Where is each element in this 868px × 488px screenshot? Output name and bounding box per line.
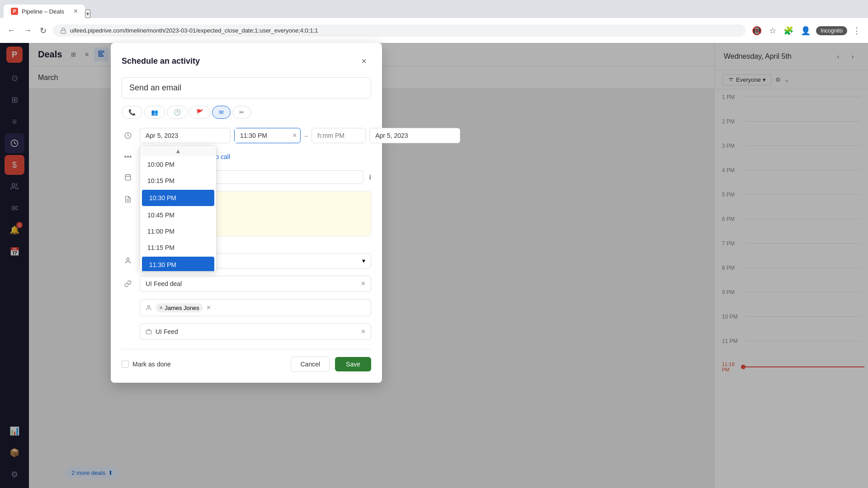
dropdown-item-1115pm[interactable]: 11:15 PM [140,239,216,256]
deal-form-row: UI Feed deal × [122,276,371,292]
mark-done-text: Mark as done [132,361,171,368]
tab-close-btn[interactable]: × [74,7,78,15]
activity-type-call[interactable]: 📞 [122,106,142,119]
deal-label: UI Feed deal [146,280,358,287]
org-clear-btn[interactable]: × [361,328,365,336]
org-form-row: UI Feed × [122,324,371,340]
start-date-input[interactable] [140,128,231,143]
time-separator: – [304,132,308,139]
dropdown-item-1000pm[interactable]: 10:00 PM [140,156,216,173]
modal-close-btn[interactable]: × [357,54,371,68]
forward-btn[interactable]: → [22,24,33,37]
deal-field: UI Feed deal × [140,276,371,292]
modal-title: Schedule an activity [122,56,200,66]
back-btn[interactable]: ← [5,24,17,37]
refresh-btn[interactable]: ↻ [38,24,48,38]
deal-clear-btn[interactable]: × [361,280,365,288]
dropdown-scroll-up[interactable]: ▲ [140,145,216,156]
person-tag: × James Jones [156,303,203,312]
dropdown-item-1030pm[interactable]: 10:30 PM [142,190,214,206]
menu-btn[interactable]: ⋮ [851,24,863,38]
start-time-input[interactable] [235,128,289,143]
datetime-row: × – ▲ 10:00 PM 10:15 PM 10:30 PM 10:45 P… [140,128,460,143]
person-form-row: × James Jones × [122,299,371,316]
email-icon: ✉ [219,109,224,116]
new-tab-btn[interactable]: + [85,9,90,18]
mark-done-label[interactable]: Mark as done [122,361,171,368]
activity-type-deadline[interactable]: 🚩 [189,106,210,119]
org-icon [146,328,152,335]
org-row-content: UI Feed × [140,324,371,340]
clock-icon [122,129,134,142]
save-btn[interactable]: Save [335,357,371,371]
dropdown-item-1015pm[interactable]: 10:15 PM [140,173,216,189]
lunch-icon: ✂ [239,109,244,116]
time-clear-btn[interactable]: × [289,131,300,140]
person-clear-btn[interactable]: × [207,304,211,312]
url-bar[interactable]: uifeed.pipedrive.com/timeline/month/2023… [53,24,745,37]
datetime-form-row: × – ▲ 10:00 PM 10:15 PM 10:30 PM 10:45 P… [122,128,371,143]
person-tag-label: James Jones [165,305,199,311]
tab-title: Pipeline – Deals [22,8,64,15]
person-tag-remove-btn[interactable]: × [159,304,163,311]
activity-type-meeting[interactable]: 👥 [144,106,165,119]
browser-chrome: P Pipeline – Deals × + ← → ↻ uifeed.pipe… [0,0,868,43]
notes-icon [122,191,134,204]
busy-info-icon[interactable]: ℹ [369,174,371,181]
activity-types: 📞 👥 🕐 🚩 ✉ ✂ [122,106,371,119]
lock-icon [60,28,66,34]
activity-title-input[interactable] [122,77,371,99]
end-date-input[interactable] [369,128,460,143]
deadline-icon: 🚩 [196,109,203,116]
end-time-input[interactable] [311,128,366,143]
tab-favicon: P [11,8,18,15]
browser-tab[interactable]: P Pipeline – Deals × [4,5,85,18]
more-options-icon: ••• [122,150,134,163]
start-time-wrapper: × [234,128,301,143]
no-video-icon[interactable]: 📵 [750,24,764,38]
cancel-btn[interactable]: Cancel [291,357,330,372]
schedule-activity-modal: Schedule an activity × 📞 👥 🕐 🚩 ✉ ✂ [111,43,382,383]
call-icon: 📞 [128,109,136,116]
activity-type-email[interactable]: ✉ [212,106,231,119]
task-icon: 🕐 [174,109,181,116]
deal-row-content: UI Feed deal × [140,276,371,292]
org-field: UI Feed × [140,324,371,340]
person-icon [122,254,134,267]
url-text: uifeed.pipedrive.com/timeline/month/2023… [70,27,738,34]
bookmark-icon[interactable]: ☆ [767,24,778,38]
extension-icon[interactable]: 🧩 [782,24,795,38]
svg-rect-18 [146,330,151,334]
activity-type-lunch[interactable]: ✂ [232,106,251,119]
dropdown-item-1130pm[interactable]: 11:30 PM [142,257,214,272]
dropdown-item-1100pm[interactable]: 11:00 PM [140,223,216,239]
person-field-icon [146,305,152,311]
address-bar: ← → ↻ uifeed.pipedrive.com/timeline/mont… [0,18,868,43]
svg-rect-10 [125,175,131,180]
browser-actions: 📵 ☆ 🧩 👤 Incognito ⋮ [750,24,863,38]
assignee-chevron: ▾ [362,257,365,264]
time-dropdown[interactable]: ▲ 10:00 PM 10:15 PM 10:30 PM 10:45 PM 11… [140,145,217,272]
person-field: × James Jones × [140,299,371,316]
mark-done-checkbox[interactable] [122,361,129,368]
link-icon [122,277,134,290]
incognito-badge: Incognito [816,26,847,35]
dropdown-item-1045pm[interactable]: 10:45 PM [140,207,216,223]
svg-rect-0 [61,30,66,33]
modal-footer: Mark as done Cancel Save [122,349,371,372]
calendar-busy-icon [122,171,134,183]
svg-point-16 [127,258,129,260]
org-label: UI Feed [156,328,358,335]
svg-point-17 [148,305,150,308]
meeting-icon: 👥 [151,109,158,116]
activity-type-task[interactable]: 🕐 [167,106,188,119]
modal-header: Schedule an activity × [122,54,371,68]
profile-icon[interactable]: 👤 [799,24,812,38]
person-row-content: × James Jones × [140,299,371,316]
